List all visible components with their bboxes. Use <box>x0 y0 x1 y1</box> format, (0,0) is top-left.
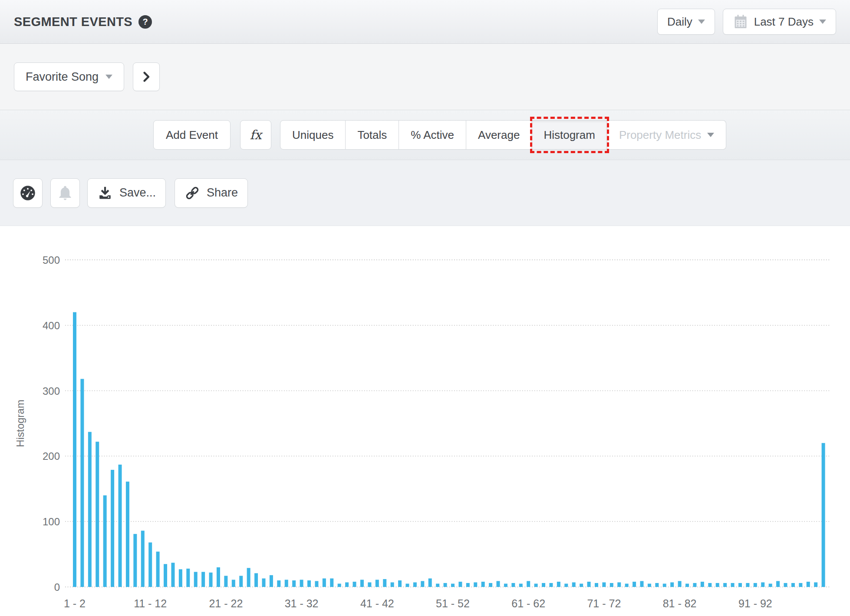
histogram-bar[interactable] <box>580 583 583 587</box>
histogram-bar[interactable] <box>542 583 545 587</box>
histogram-bar[interactable] <box>133 534 137 587</box>
share-button[interactable]: Share <box>175 178 248 208</box>
histogram-bar[interactable] <box>353 582 356 587</box>
histogram-bar[interactable] <box>670 582 674 587</box>
histogram-bar[interactable] <box>474 582 477 587</box>
histogram-bar[interactable] <box>164 564 167 587</box>
histogram-bar[interactable] <box>663 583 666 587</box>
add-event-button[interactable]: Add Event <box>153 120 231 150</box>
histogram-bar[interactable] <box>330 578 333 587</box>
histogram-bar[interactable] <box>111 470 114 587</box>
histogram-bar[interactable] <box>678 581 682 587</box>
histogram-bar[interactable] <box>80 379 84 587</box>
histogram-bar[interactable] <box>224 576 227 587</box>
histogram-bar[interactable] <box>814 582 817 587</box>
histogram-bar[interactable] <box>549 583 553 587</box>
histogram-bar[interactable] <box>391 582 394 587</box>
histogram-bar[interactable] <box>791 583 795 587</box>
histogram-bar[interactable] <box>602 582 606 587</box>
histogram-bar[interactable] <box>345 582 349 587</box>
histogram-bar[interactable] <box>421 581 424 587</box>
histogram-bar[interactable] <box>708 583 712 587</box>
histogram-bar[interactable] <box>761 582 764 587</box>
histogram-bar[interactable] <box>557 582 560 587</box>
histogram-bar[interactable] <box>481 582 485 587</box>
histogram-bar[interactable] <box>156 552 160 587</box>
histogram-bar[interactable] <box>746 583 749 587</box>
histogram-bar[interactable] <box>723 583 727 587</box>
histogram-bar[interactable] <box>648 583 651 587</box>
histogram-bar[interactable] <box>617 582 621 587</box>
histogram-bar[interactable] <box>300 580 303 587</box>
histogram-bar[interactable] <box>822 443 825 587</box>
date-range-dropdown[interactable]: Last 7 Days <box>723 9 836 35</box>
histogram-bar[interactable] <box>201 572 205 587</box>
histogram-bar[interactable] <box>368 582 371 587</box>
help-icon[interactable]: ? <box>138 15 152 29</box>
histogram-bar[interactable] <box>784 583 787 587</box>
histogram-bar[interactable] <box>519 583 523 587</box>
histogram-bar[interactable] <box>141 531 145 587</box>
tab-percent-active[interactable]: % Active <box>399 120 466 150</box>
histogram-bar[interactable] <box>731 583 735 587</box>
histogram-bar[interactable] <box>405 583 409 587</box>
dashboard-gauge-button[interactable] <box>13 178 43 208</box>
histogram-bar[interactable] <box>292 580 296 587</box>
alert-bell-button[interactable] <box>50 178 80 208</box>
histogram-bar[interactable] <box>119 465 122 587</box>
histogram-bar[interactable] <box>148 542 152 587</box>
tab-histogram[interactable]: Histogram <box>532 120 607 150</box>
histogram-bar[interactable] <box>179 569 182 587</box>
histogram-bar[interactable] <box>754 583 757 587</box>
formula-fx-button[interactable]: fx <box>240 120 271 150</box>
histogram-bar[interactable] <box>497 581 500 587</box>
histogram-bar[interactable] <box>239 576 243 587</box>
event-dropdown[interactable]: Favorite Song <box>14 62 124 91</box>
histogram-bar[interactable] <box>587 582 591 587</box>
histogram-bar[interactable] <box>209 573 213 587</box>
save-button[interactable]: Save... <box>87 178 166 208</box>
histogram-bar[interactable] <box>489 583 492 587</box>
histogram-bar[interactable] <box>625 583 629 587</box>
histogram-bar[interactable] <box>504 583 507 587</box>
histogram-bar[interactable] <box>232 580 235 587</box>
histogram-bar[interactable] <box>398 580 402 587</box>
histogram-bar[interactable] <box>96 442 99 587</box>
histogram-bar[interactable] <box>307 580 311 587</box>
histogram-bar[interactable] <box>655 583 659 587</box>
tab-uniques[interactable]: Uniques <box>280 120 346 150</box>
histogram-bar[interactable] <box>564 583 568 587</box>
histogram-bar[interactable] <box>799 583 802 587</box>
histogram-bar[interactable] <box>262 578 266 587</box>
histogram-bar[interactable] <box>247 568 250 587</box>
histogram-bar[interactable] <box>254 573 258 587</box>
histogram-bar[interactable] <box>171 563 175 587</box>
histogram-bar[interactable] <box>640 581 644 587</box>
tab-property-metrics[interactable]: Property Metrics <box>607 120 726 150</box>
histogram-bar[interactable] <box>338 583 341 587</box>
histogram-bar[interactable] <box>458 582 462 587</box>
histogram-bar[interactable] <box>527 581 530 587</box>
histogram-bar[interactable] <box>88 432 92 587</box>
histogram-bar[interactable] <box>716 583 719 587</box>
histogram-bar[interactable] <box>413 582 417 587</box>
histogram-bar[interactable] <box>633 582 636 587</box>
histogram-bar[interactable] <box>383 579 386 587</box>
tab-average[interactable]: Average <box>466 120 532 150</box>
histogram-bar[interactable] <box>451 583 455 587</box>
histogram-bar[interactable] <box>595 583 598 587</box>
histogram-bar[interactable] <box>217 567 220 587</box>
histogram-bar[interactable] <box>511 583 515 587</box>
histogram-bar[interactable] <box>776 581 780 587</box>
histogram-bar[interactable] <box>428 578 432 587</box>
histogram-bar[interactable] <box>701 582 704 587</box>
histogram-bar[interactable] <box>270 575 273 587</box>
histogram-bar[interactable] <box>194 572 198 587</box>
histogram-bar[interactable] <box>610 583 613 587</box>
histogram-bar[interactable] <box>360 580 364 587</box>
histogram-bar[interactable] <box>73 312 76 587</box>
histogram-bar[interactable] <box>103 495 107 587</box>
histogram-bar[interactable] <box>186 569 190 587</box>
expand-event-button[interactable] <box>133 62 160 91</box>
histogram-bar[interactable] <box>534 583 538 587</box>
